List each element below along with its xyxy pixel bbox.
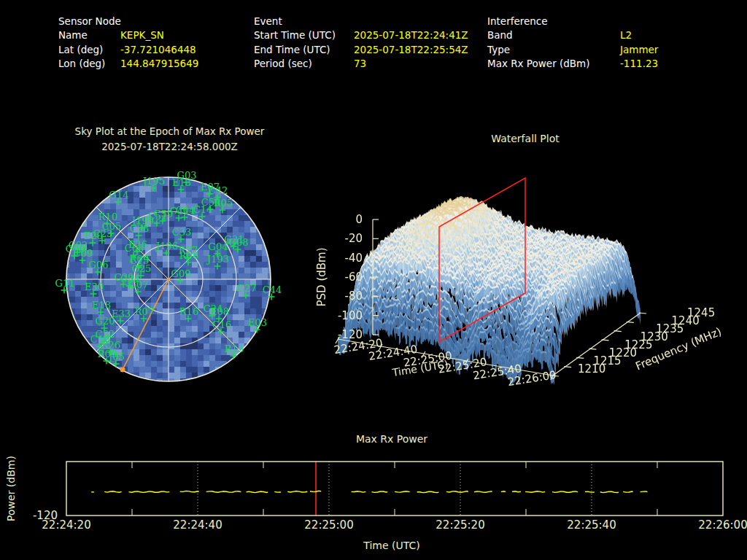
svg-text:R05: R05 bbox=[214, 198, 233, 209]
sensor-node-panel: Sensor Node Name KEPK_SN Lat (deg) -37.7… bbox=[58, 15, 198, 71]
svg-text:C42: C42 bbox=[209, 185, 228, 196]
sensor-lon-value: 144.847915649 bbox=[120, 57, 198, 71]
sensor-node-title: Sensor Node bbox=[58, 15, 198, 28]
sensor-lon-row: Lon (deg) 144.847915649 bbox=[58, 57, 198, 71]
svg-text:C09: C09 bbox=[74, 248, 93, 259]
svg-text:G07: G07 bbox=[129, 279, 149, 290]
sensor-lat-row: Lat (deg) -37.721046448 bbox=[58, 43, 198, 57]
interference-type-label: Type bbox=[487, 43, 620, 57]
svg-text:C44: C44 bbox=[263, 284, 282, 295]
event-start-label: Start Time (UTC) bbox=[254, 28, 354, 42]
sky-plot-title: Sky Plot at the Epoch of Max Rx Power bbox=[29, 124, 310, 139]
interference-band-row: Band L2 bbox=[487, 28, 658, 42]
svg-text:J05: J05 bbox=[107, 351, 125, 362]
svg-text:G14: G14 bbox=[109, 190, 129, 201]
svg-text:C38: C38 bbox=[130, 223, 150, 234]
max-rx-power-canvas: 22:24:2022:24:4022:25:0022:25:2022:25:40… bbox=[0, 408, 747, 560]
interference-power-row: Max Rx Power (dBm) -111.23 bbox=[487, 57, 658, 71]
svg-text:G04: G04 bbox=[209, 241, 228, 252]
svg-text:22:25:20: 22:25:20 bbox=[436, 518, 484, 532]
event-end-value: 2025-07-18T22:25:54Z bbox=[354, 43, 468, 57]
svg-text:E13: E13 bbox=[172, 177, 191, 188]
event-panel: Event Start Time (UTC) 2025-07-18T22:24:… bbox=[254, 15, 468, 71]
sensor-name-value: KEPK_SN bbox=[120, 28, 164, 42]
svg-text:C14: C14 bbox=[193, 204, 213, 215]
svg-text:G06: G06 bbox=[89, 260, 109, 271]
sensor-name-label: Name bbox=[58, 28, 120, 42]
interference-power-label: Max Rx Power (dBm) bbox=[487, 57, 620, 71]
event-period-value: 73 bbox=[354, 57, 366, 71]
svg-text:G11: G11 bbox=[55, 278, 75, 289]
svg-text:J196: J196 bbox=[155, 241, 178, 252]
svg-text:R06: R06 bbox=[179, 250, 198, 261]
sensor-lon-label: Lon (deg) bbox=[58, 57, 120, 71]
svg-text:R16: R16 bbox=[179, 306, 198, 317]
svg-text:22:25:40: 22:25:40 bbox=[567, 518, 616, 532]
interference-type-value: Jammer bbox=[620, 43, 658, 57]
interference-band-label: Band bbox=[487, 28, 620, 42]
sensor-lat-label: Lat (deg) bbox=[58, 43, 120, 57]
svg-text:C04: C04 bbox=[176, 205, 196, 216]
svg-text:C25: C25 bbox=[132, 263, 152, 274]
svg-text:-120: -120 bbox=[33, 509, 58, 522]
svg-text:E18: E18 bbox=[92, 300, 111, 311]
svg-text:C16: C16 bbox=[212, 319, 232, 330]
event-end-label: End Time (UTC) bbox=[254, 43, 354, 57]
interference-title: Interference bbox=[487, 15, 658, 28]
sky-plot-title-block: Sky Plot at the Epoch of Max Rx Power 20… bbox=[29, 124, 310, 155]
svg-text:C08: C08 bbox=[125, 243, 144, 254]
event-period-row: Period (sec) 73 bbox=[254, 57, 468, 71]
waterfall-canvas bbox=[306, 157, 747, 397]
svg-text:G20: G20 bbox=[96, 316, 115, 327]
event-period-label: Period (sec) bbox=[254, 57, 354, 71]
interference-power-value: -111.23 bbox=[620, 57, 658, 71]
event-start-value: 2025-07-18T22:24:41Z bbox=[354, 28, 468, 42]
svg-text:22:24:40: 22:24:40 bbox=[173, 518, 222, 532]
svg-text:E08: E08 bbox=[210, 306, 229, 317]
interference-panel: Interference Band L2 Type Jammer Max Rx … bbox=[487, 15, 658, 71]
svg-text:Power (dBm): Power (dBm) bbox=[5, 456, 17, 521]
svg-text:C33: C33 bbox=[172, 227, 192, 238]
svg-text:J195: J195 bbox=[142, 176, 165, 187]
interference-event-dashboard: { "colors": { "background": "#000000", "… bbox=[0, 0, 747, 560]
svg-text:E30: E30 bbox=[85, 281, 104, 292]
sky-plot-subtitle: 2025-07-18T22:24:58.000Z bbox=[29, 139, 310, 155]
svg-text:J193: J193 bbox=[206, 254, 229, 265]
svg-text:22:26:00: 22:26:00 bbox=[698, 518, 747, 532]
svg-text:Time (UTC): Time (UTC) bbox=[363, 540, 419, 551]
svg-text:G08: G08 bbox=[229, 237, 249, 248]
sensor-name-row: Name KEPK_SN bbox=[58, 28, 198, 42]
interference-type-row: Type Jammer bbox=[487, 43, 658, 57]
sky-plot-canvas: J195G03E13E07C42G14C58R05C14R10C51C59C41… bbox=[37, 157, 300, 405]
svg-text:R15: R15 bbox=[225, 343, 244, 354]
interference-band-value: L2 bbox=[620, 28, 632, 42]
sensor-lat-value: -37.721046448 bbox=[120, 43, 196, 57]
svg-text:22:25:00: 22:25:00 bbox=[304, 518, 353, 532]
svg-text:R07: R07 bbox=[135, 306, 154, 317]
svg-text:G09: G09 bbox=[171, 268, 191, 279]
svg-text:E03: E03 bbox=[248, 317, 267, 328]
waterfall-title: Waterfall Plot bbox=[416, 131, 635, 147]
svg-text:G27: G27 bbox=[237, 283, 257, 294]
event-end-row: End Time (UTC) 2025-07-18T22:25:54Z bbox=[254, 43, 468, 57]
event-start-row: Start Time (UTC) 2025-07-18T22:24:41Z bbox=[254, 28, 468, 42]
event-title: Event bbox=[254, 15, 468, 28]
